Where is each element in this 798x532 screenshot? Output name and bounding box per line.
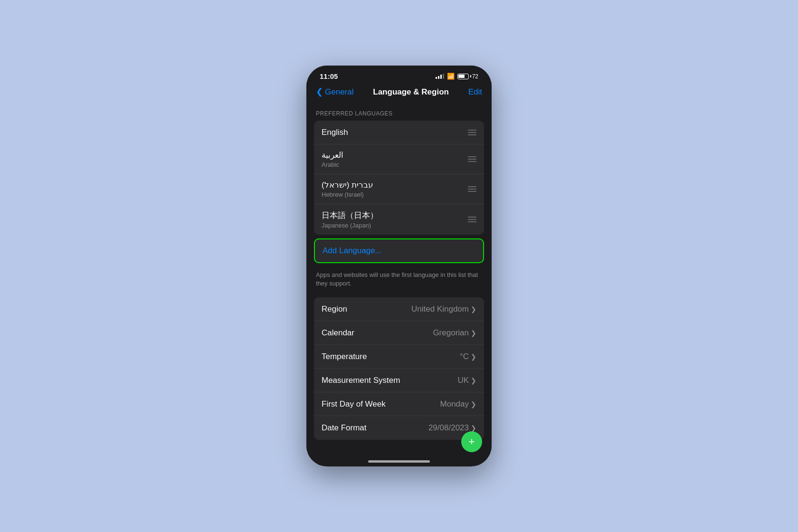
- calendar-value: Gregorian: [433, 328, 469, 338]
- languages-info-text: Apps and websites will use the first lan…: [306, 267, 492, 297]
- signal-icon: [436, 74, 444, 79]
- region-settings-group: Region United Kingdom ❯ Calendar Gregori…: [314, 297, 484, 440]
- temperature-item[interactable]: Temperature °C ❯: [314, 345, 484, 369]
- drag-handle-english[interactable]: [468, 130, 476, 135]
- home-indicator: [368, 460, 430, 463]
- nav-bar: ❮ General Language & Region Edit: [306, 84, 492, 103]
- temperature-label: Temperature: [322, 352, 367, 361]
- language-name-arabic: العربية: [322, 150, 343, 160]
- temperature-chevron-icon: ❯: [471, 353, 476, 361]
- date-format-value: 29/08/2023: [428, 423, 469, 433]
- battery-percent: 72: [472, 73, 478, 80]
- region-value: United Kingdom: [411, 304, 469, 314]
- first-day-of-week-chevron-icon: ❯: [471, 400, 476, 408]
- region-label: Region: [322, 304, 347, 314]
- back-button[interactable]: ❮ General: [316, 87, 353, 97]
- language-item-japanese[interactable]: 日本語（日本） Japanese (Japan): [314, 204, 484, 235]
- measurement-system-value: UK: [457, 376, 469, 385]
- phone-frame: 11:05 📶 72 ❮ General Language & Regio: [306, 66, 492, 466]
- drag-handle-arabic[interactable]: [468, 156, 476, 162]
- preferred-languages-header: PREFERRED LANGUAGES: [306, 110, 492, 121]
- fab-button[interactable]: +: [461, 431, 482, 452]
- calendar-item[interactable]: Calendar Gregorian ❯: [314, 321, 484, 345]
- first-day-of-week-item[interactable]: First Day of Week Monday ❯: [314, 392, 484, 416]
- language-name-japanese: 日本語（日本）: [322, 210, 378, 221]
- language-item-hebrew[interactable]: עברית (ישראל) Hebrew (Israel): [314, 174, 484, 204]
- temperature-value: °C: [460, 352, 469, 361]
- language-sub-arabic: Arabic: [322, 161, 343, 168]
- date-format-label: Date Format: [322, 423, 366, 433]
- battery-indicator: 72: [457, 73, 478, 80]
- measurement-system-label: Measurement System: [322, 376, 400, 385]
- wifi-icon: 📶: [447, 73, 455, 80]
- date-format-item[interactable]: Date Format 29/08/2023 ❯: [314, 416, 484, 440]
- measurement-system-chevron-icon: ❯: [471, 377, 476, 384]
- region-chevron-icon: ❯: [471, 305, 476, 313]
- back-label: General: [325, 87, 353, 97]
- language-sub-japanese: Japanese (Japan): [322, 222, 378, 229]
- chevron-left-icon: ❮: [316, 86, 323, 97]
- language-item-arabic[interactable]: العربية Arabic: [314, 144, 484, 174]
- status-icons: 📶 72: [436, 73, 478, 80]
- languages-list: English العربية Arabic: [314, 121, 484, 235]
- drag-handle-hebrew[interactable]: [468, 186, 476, 192]
- language-name-hebrew: עברית (ישראל): [322, 180, 373, 190]
- language-item-english[interactable]: English: [314, 121, 484, 144]
- status-time: 11:05: [320, 72, 338, 80]
- first-day-of-week-value: Monday: [440, 399, 469, 409]
- date-format-chevron-icon: ❯: [471, 424, 476, 432]
- add-language-button[interactable]: Add Language...: [314, 238, 484, 263]
- region-item[interactable]: Region United Kingdom ❯: [314, 297, 484, 321]
- calendar-chevron-icon: ❯: [471, 329, 476, 337]
- first-day-of-week-label: First Day of Week: [322, 399, 386, 409]
- language-name-english: English: [322, 128, 348, 137]
- status-bar: 11:05 📶 72: [306, 66, 492, 84]
- edit-button[interactable]: Edit: [468, 87, 482, 97]
- plus-icon: +: [469, 437, 475, 447]
- add-language-label: Add Language...: [323, 246, 382, 255]
- measurement-system-item[interactable]: Measurement System UK ❯: [314, 369, 484, 392]
- language-sub-hebrew: Hebrew (Israel): [322, 191, 373, 198]
- drag-handle-japanese[interactable]: [468, 217, 476, 222]
- calendar-label: Calendar: [322, 328, 354, 338]
- content-scroll[interactable]: PREFERRED LANGUAGES English العربية Arab…: [306, 103, 492, 466]
- page-title: Language & Region: [373, 87, 449, 97]
